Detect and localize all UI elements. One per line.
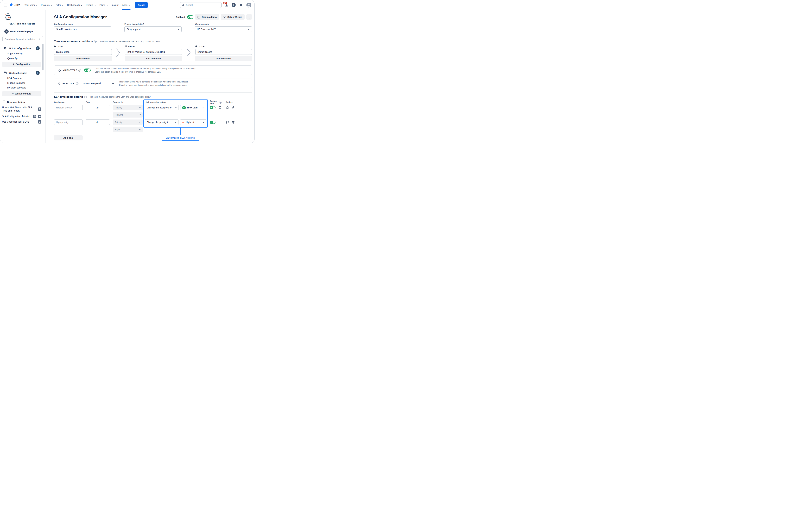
goal-time-input[interactable] [86,105,110,110]
add-sla-configuration-button[interactable]: + [36,46,40,50]
context-value-select[interactable]: Highest [113,112,143,118]
context-value-select[interactable]: High [113,127,143,132]
jira-logo[interactable]: Jira [9,3,20,7]
comment-button[interactable] [226,106,229,109]
nav-insight[interactable]: Insight [110,0,120,10]
expand-button[interactable] [218,121,221,124]
sla-goals-section: SLA time goals setting Time will measure… [54,92,252,141]
custom-field-toggle[interactable] [210,121,216,124]
col-context-by: Context by [113,101,143,103]
settings-button[interactable] [238,2,244,8]
add-goal-button[interactable]: Add goal [54,135,83,141]
priority-select[interactable]: Highest [180,119,206,125]
user-initials-avatar: NL [182,106,186,109]
nav-people[interactable]: People [84,0,98,10]
project-select[interactable]: Diary support [125,27,182,32]
limit-action-select[interactable]: Change the priority to [145,119,178,125]
user-avatar[interactable] [246,3,251,8]
multi-cycle-toggle[interactable] [84,69,91,72]
reset-condition-select[interactable]: Status: Reopend [81,81,116,86]
sidebar-item-europe-calendar[interactable]: Europe Calendar [0,82,45,84]
configuration-name-input[interactable] [54,27,111,32]
configuration-add-button[interactable]: +Configuration [2,62,41,67]
delete-button[interactable] [232,121,235,124]
back-to-main-link[interactable]: Go to the Main page [4,29,45,34]
sidebar-item-qa-config[interactable]: QA config [0,57,45,60]
info-icon[interactable] [94,40,97,43]
start-add-condition-button[interactable]: Add condition [54,56,112,61]
callout-line [180,128,180,135]
search-icon [38,38,41,41]
goals-helper: Time will measured between the Start and… [90,96,150,98]
delete-button[interactable] [232,106,235,109]
sidebar-search-input[interactable] [4,38,37,41]
chevron-down-icon [62,5,63,6]
nav-plans[interactable]: Plans [98,0,110,10]
chevron-down-icon [139,114,141,115]
sidebar-search[interactable] [2,36,43,42]
info-icon[interactable] [84,96,87,98]
pause-add-condition-button[interactable]: Add condition [125,56,182,61]
gear-icon [3,47,7,50]
stop-condition-value[interactable]: Status: Closed [195,49,252,55]
question-icon: ? [198,16,200,18]
expand-button[interactable] [218,106,221,109]
time-conditions-title: Time measurement conditions [54,40,93,43]
sidebar-item-support-config[interactable]: Support config [0,52,45,55]
goal-time-input[interactable] [86,119,110,125]
info-icon[interactable] [219,101,222,104]
documents-icon [2,100,5,104]
trash-icon [232,106,235,109]
assignee-select[interactable]: NLNick Laid [180,105,206,110]
calendar-icon [3,71,7,74]
create-button[interactable]: Create [135,2,148,8]
enabled-toggle[interactable] [187,15,193,19]
notification-badge: 9+ [223,2,227,4]
notifications-button[interactable]: 9+ [224,2,229,8]
chevron-down-icon [139,107,141,108]
more-options-button[interactable] [246,14,252,20]
global-search-input[interactable] [186,4,220,6]
goal-name-input[interactable] [54,119,83,125]
documentation-section-header: Documentation [0,100,45,104]
nav-filter[interactable]: Filter [54,0,65,10]
add-work-schedule-button[interactable]: + [36,71,40,75]
chevron-down-icon [139,129,141,130]
goal-name-input[interactable] [54,105,83,110]
info-icon[interactable] [76,82,78,85]
doc-link-get-started[interactable]: How to Get Started with SLA Time and Rep… [2,106,41,113]
chevron-down-icon [175,107,177,108]
info-icon[interactable] [78,69,81,72]
doc-link-use-cases[interactable]: Use Cases for your SLA's [2,120,41,123]
article-icon [38,107,41,111]
doc-link-configuration-tutorial[interactable]: SLA Configuration Tutorial [2,115,41,118]
app-switcher-button[interactable] [3,2,8,8]
nav-apps[interactable]: Apps [120,0,132,10]
pause-condition-value[interactable]: Status: Waiting for customer, On Hold [125,49,182,55]
start-condition-value[interactable]: Status: Open [54,49,112,55]
help-button[interactable]: ? [232,3,236,7]
global-search[interactable] [179,2,221,8]
nav-dashboards[interactable]: Dashboards [65,0,84,10]
limit-action-select[interactable]: Change the assignee to [145,105,178,110]
nav-your-work[interactable]: Your work [23,0,39,10]
divider [54,36,252,36]
sidebar-item-my-work-schedule[interactable]: my work schedule [0,86,45,89]
book-demo-button[interactable]: ?Book a demo [195,14,219,20]
comment-button[interactable] [226,121,229,124]
stop-add-condition-button[interactable]: Add condition [195,56,252,61]
custom-field-toggle[interactable] [210,106,216,109]
power-icon [58,82,61,85]
work-schedule-select[interactable]: US Calendar 24/7 [195,27,252,32]
sidebar-item-usa-calendar[interactable]: USA Calendar [0,77,45,79]
setup-wizard-button[interactable]: Setup Wizard [221,14,245,20]
search-icon [182,3,185,6]
project-label: Project to apply SLA [125,23,182,25]
nav-projects[interactable]: Projects [39,0,54,10]
reset-sla-label: RESET SLA [62,82,74,85]
sidebar: SLA Time and Report Go to the Main page … [0,10,46,143]
context-field-select[interactable]: Priority [113,105,143,110]
sidebar-scrollbar[interactable] [42,44,44,71]
work-schedule-add-button[interactable]: +Work schedule [2,91,41,96]
context-field-select[interactable]: Priority [113,119,143,125]
